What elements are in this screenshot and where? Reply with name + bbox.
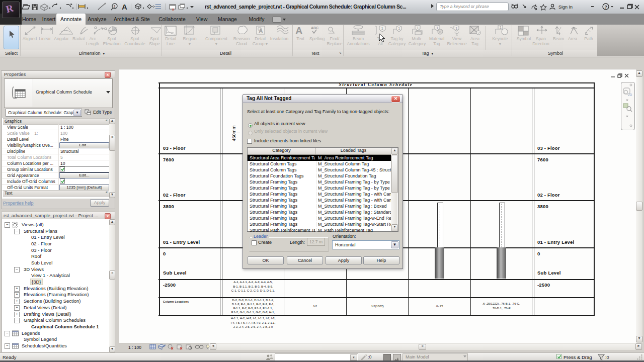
svg-text:2D: 2D <box>628 93 632 97</box>
svg-text:A: A <box>259 28 263 34</box>
svg-text:A: A <box>122 3 127 11</box>
svg-text:1: 1 <box>381 26 384 31</box>
svg-text:?: ? <box>605 5 608 10</box>
svg-text:1: 1 <box>455 26 458 31</box>
svg-text:1: 1 <box>398 26 400 31</box>
svg-text:1: 1 <box>500 25 502 30</box>
svg-text:A: A <box>295 25 302 36</box>
svg-text:1: 1 <box>417 26 419 30</box>
svg-text:1: 1 <box>436 26 439 30</box>
svg-text:ABC: ABC <box>311 26 318 30</box>
svg-text:Sign In: Sign In <box>558 5 573 10</box>
svg-text:1: 1 <box>114 4 116 9</box>
